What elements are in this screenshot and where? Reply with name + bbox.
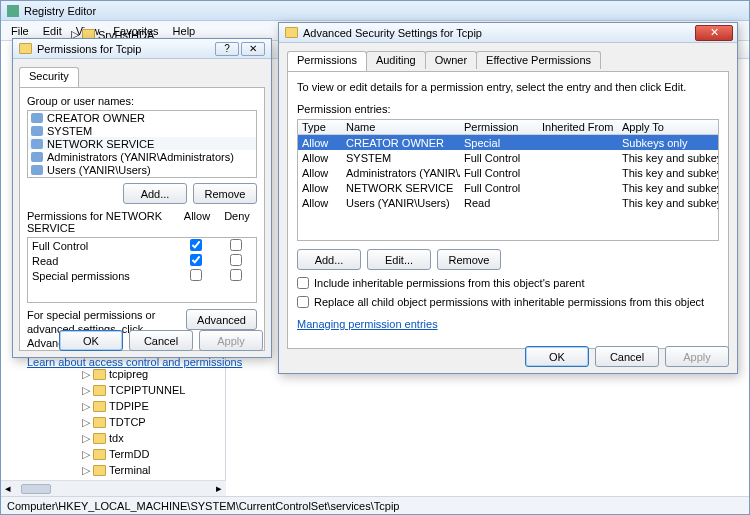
deny-checkbox[interactable] [230, 254, 242, 266]
close-icon[interactable]: ✕ [241, 42, 265, 56]
entries-label: Permission entries: [297, 103, 719, 115]
col-type[interactable]: Type [298, 121, 342, 133]
expand-icon[interactable]: ▷ [81, 384, 90, 397]
group-list-item[interactable]: SYSTEM [28, 124, 256, 137]
permissions-for-label: Permissions for NETWORK SERVICE [27, 210, 177, 234]
allow-checkbox[interactable] [190, 239, 202, 251]
expand-icon[interactable]: ▷ [81, 432, 90, 445]
apply-button[interactable]: Apply [199, 330, 263, 351]
adv-title: Advanced Security Settings for Tcpip [303, 27, 482, 39]
remove-entry-button[interactable]: Remove [437, 249, 501, 270]
group-list-item[interactable]: CREATOR OWNER [28, 111, 256, 124]
replace-child-checkbox[interactable] [297, 296, 309, 308]
tab-effective-permissions[interactable]: Effective Permissions [476, 51, 601, 69]
advanced-button[interactable]: Advanced [186, 309, 257, 330]
perm-label: Full Control [32, 240, 176, 252]
allow-checkbox[interactable] [190, 254, 202, 266]
col-applyto[interactable]: Apply To [618, 121, 718, 133]
adv-apply-button[interactable]: Apply [665, 346, 729, 367]
table-row[interactable]: AllowNETWORK SERVICEFull ControlThis key… [298, 180, 718, 195]
col-permission[interactable]: Permission [460, 121, 538, 133]
security-tab-body: Group or user names: CREATOR OWNERSYSTEM… [19, 87, 265, 351]
menu-file[interactable]: File [5, 23, 35, 39]
tree-item[interactable]: ▷tdx [1, 430, 225, 446]
tree-item[interactable]: ▷Terminal [1, 462, 225, 478]
permission-entries-table[interactable]: Type Name Permission Inherited From Appl… [297, 119, 719, 241]
ok-button[interactable]: OK [59, 330, 123, 351]
table-header[interactable]: Type Name Permission Inherited From Appl… [298, 120, 718, 135]
tab-security[interactable]: Security [19, 67, 79, 87]
tree-hscrollbar[interactable]: ◂▸ [1, 480, 226, 496]
tree-item[interactable]: ▷TCPIPTUNNEL [1, 382, 225, 398]
group-list-item[interactable]: Administrators (YANIR\Administrators) [28, 150, 256, 163]
folder-icon [93, 401, 106, 412]
user-icon [31, 152, 43, 162]
user-icon [31, 126, 43, 136]
expand-icon[interactable]: ▷ [81, 464, 90, 477]
edit-entry-button[interactable]: Edit... [367, 249, 431, 270]
tree-item[interactable]: ▷tcpipreg [1, 366, 225, 382]
table-row[interactable]: AllowAdministrators (YANIR\Ad...Full Con… [298, 165, 718, 180]
col-name[interactable]: Name [342, 121, 460, 133]
folder-icon [93, 417, 106, 428]
perm-title: Permissions for Tcpip [37, 43, 141, 55]
tree-label: Terminal [109, 464, 151, 476]
status-bar: Computer\HKEY_LOCAL_MACHINE\SYSTEM\Curre… [1, 496, 749, 514]
tree-item[interactable]: ▷TDTCP [1, 414, 225, 430]
tree-label: TermDD [109, 448, 149, 460]
advanced-security-dialog: Advanced Security Settings for Tcpip ✕ P… [278, 22, 738, 374]
add-user-button[interactable]: Add... [123, 183, 187, 204]
adv-ok-button[interactable]: OK [525, 346, 589, 367]
deny-checkbox[interactable] [230, 269, 242, 281]
perm-titlebar[interactable]: Permissions for Tcpip ? ✕ [13, 39, 271, 59]
expand-icon[interactable]: ▷ [81, 416, 90, 429]
learn-link[interactable]: Learn about access control and permissio… [27, 356, 257, 368]
group-user-list[interactable]: CREATOR OWNERSYSTEMNETWORK SERVICEAdmini… [27, 110, 257, 178]
main-titlebar: Registry Editor [1, 1, 749, 21]
folder-icon [93, 449, 106, 460]
permission-row: Special permissions [28, 268, 256, 283]
expand-icon[interactable]: ▷ [81, 400, 90, 413]
close-icon[interactable]: ✕ [695, 25, 733, 41]
adv-description: To view or edit details for a permission… [297, 81, 719, 93]
col-allow: Allow [177, 210, 217, 234]
col-inherited[interactable]: Inherited From [538, 121, 618, 133]
tree-item[interactable]: ▷TermDD [1, 446, 225, 462]
cancel-button[interactable]: Cancel [129, 330, 193, 351]
folder-icon [93, 465, 106, 476]
adv-cancel-button[interactable]: Cancel [595, 346, 659, 367]
tab-owner[interactable]: Owner [425, 51, 477, 69]
manage-link[interactable]: Managing permission entries [297, 318, 719, 330]
table-row[interactable]: AllowCREATOR OWNERSpecialSubkeys only [298, 135, 718, 150]
tab-auditing[interactable]: Auditing [366, 51, 426, 69]
folder-icon [285, 27, 298, 38]
include-inheritable-checkbox[interactable] [297, 277, 309, 289]
adv-titlebar[interactable]: Advanced Security Settings for Tcpip ✕ [279, 23, 737, 43]
tab-permissions[interactable]: Permissions [287, 51, 367, 71]
group-name: Users (YANIR\Users) [47, 164, 151, 176]
add-entry-button[interactable]: Add... [297, 249, 361, 270]
menu-help[interactable]: Help [167, 23, 202, 39]
folder-icon [19, 43, 32, 54]
allow-checkbox[interactable] [190, 269, 202, 281]
permission-row: Read [28, 253, 256, 268]
main-title: Registry Editor [24, 5, 96, 17]
include-inheritable-label: Include inheritable permissions from thi… [314, 277, 585, 289]
expand-icon[interactable]: ▷ [81, 448, 90, 461]
tree-label: TCPIPTUNNEL [109, 384, 185, 396]
table-row[interactable]: AllowUsers (YANIR\Users)ReadThis key and… [298, 195, 718, 210]
tree-label: tcpipreg [109, 368, 148, 380]
group-list-item[interactable]: NETWORK SERVICE [28, 137, 256, 150]
perm-window-controls[interactable]: ? ✕ [215, 42, 265, 56]
group-name: NETWORK SERVICE [47, 138, 154, 150]
group-list-item[interactable]: Users (YANIR\Users) [28, 163, 256, 176]
tree-item[interactable]: ▷TDPIPE [1, 398, 225, 414]
expand-icon[interactable]: ▷ [81, 368, 90, 381]
remove-user-button[interactable]: Remove [193, 183, 257, 204]
menu-edit[interactable]: Edit [37, 23, 68, 39]
regedit-icon [7, 5, 19, 17]
user-icon [31, 165, 43, 175]
table-row[interactable]: AllowSYSTEMFull ControlThis key and subk… [298, 150, 718, 165]
help-icon[interactable]: ? [215, 42, 239, 56]
deny-checkbox[interactable] [230, 239, 242, 251]
